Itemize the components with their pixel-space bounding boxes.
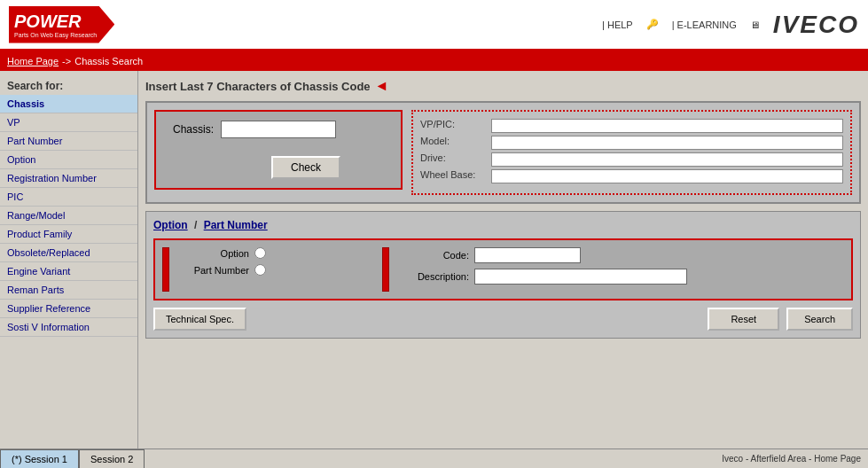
sidebar-item-vp[interactable]: VP <box>0 113 137 132</box>
breadcrumb-arrow: -> <box>62 56 71 66</box>
red-bar-left <box>162 247 169 292</box>
chassis-panel: Chassis: Check VP/PIC: Model: <box>145 101 861 204</box>
drive-row: Drive: <box>420 152 843 167</box>
option-form: Option Part Number Code: <box>153 238 853 300</box>
code-row: Code: <box>398 247 844 263</box>
sidebar-item-option[interactable]: Option <box>0 151 137 169</box>
section-title: Insert Last 7 Characters of Chassis Code… <box>145 78 861 94</box>
logo-box: POWER Parts On Web Easy Research <box>9 6 114 43</box>
reset-button[interactable]: Reset <box>708 308 779 331</box>
part-number-radio-row: Part Number <box>178 264 373 276</box>
sidebar-item-obsolete-replaced[interactable]: Obsolete/Replaced <box>0 244 137 262</box>
part-number-radio[interactable] <box>254 264 266 276</box>
wheel-base-value <box>491 169 843 183</box>
button-row: Technical Spec. Reset Search <box>153 308 853 331</box>
session1-tab[interactable]: (*) Session 1 <box>0 449 79 468</box>
logo-title: POWER <box>14 12 97 32</box>
logo-container: POWER Parts On Web Easy Research <box>9 6 114 43</box>
check-button[interactable]: Check <box>271 156 340 179</box>
header-divider: / <box>194 219 200 231</box>
right-buttons: Reset Search <box>708 308 853 331</box>
sidebar: Search for: Chassis VP Part Number Optio… <box>0 71 138 448</box>
model-row: Model: <box>420 136 843 150</box>
navbar: Home Page -> Chassis Search <box>0 51 868 71</box>
header: POWER Parts On Web Easy Research | HELP … <box>0 0 868 51</box>
tech-spec-button[interactable]: Technical Spec. <box>153 308 246 331</box>
sidebar-title: Search for: <box>0 75 137 95</box>
option-radios: Option Part Number <box>178 247 373 292</box>
main-layout: Search for: Chassis VP Part Number Optio… <box>0 71 868 448</box>
red-bar-middle <box>382 247 389 292</box>
info-panel-wrapper: VP/PIC: Model: Drive: Wheel Base: <box>411 110 852 195</box>
description-label: Description: <box>398 271 469 282</box>
wheel-base-row: Wheel Base: <box>420 169 843 183</box>
brand-logo: IVECO <box>773 11 859 39</box>
model-value <box>491 136 843 150</box>
elearning-link[interactable]: | E-LEARNING <box>672 20 737 30</box>
model-label: Model: <box>420 136 487 150</box>
option-radio-row: Option <box>178 247 373 259</box>
chassis-label: Chassis: <box>165 123 214 136</box>
sidebar-item-supplier-reference[interactable]: Supplier Reference <box>0 300 137 318</box>
sidebar-item-product-family[interactable]: Product Family <box>0 225 137 244</box>
vp-pic-value <box>491 119 843 133</box>
vp-pic-label: VP/PIC: <box>420 119 487 133</box>
part-number-radio-label: Part Number <box>178 265 249 276</box>
chassis-input-area: Chassis: Check <box>154 110 403 190</box>
option-link[interactable]: Option <box>153 219 188 231</box>
drive-label: Drive: <box>420 152 487 167</box>
help-link[interactable]: | HELP <box>602 20 633 30</box>
sidebar-item-range-model[interactable]: Range/Model <box>0 207 137 225</box>
chassis-input[interactable] <box>221 121 336 138</box>
sidebar-item-chassis[interactable]: Chassis <box>0 95 137 113</box>
option-radio-label: Option <box>178 248 249 259</box>
option-section: Option / Part Number Option Part Number <box>145 211 861 339</box>
option-right-fields: Code: Description: <box>398 247 844 292</box>
description-input[interactable] <box>474 269 687 285</box>
vp-pic-row: VP/PIC: <box>420 119 843 133</box>
option-header: Option / Part Number <box>153 219 853 231</box>
status-text: Iveco - Afterfield Area - Home Page <box>145 454 868 464</box>
sidebar-item-engine-variant[interactable]: Engine Variant <box>0 262 137 281</box>
info-panel: VP/PIC: Model: Drive: Wheel Base: <box>411 110 852 195</box>
session2-tab[interactable]: Session 2 <box>79 449 145 468</box>
sidebar-item-pic[interactable]: PIC <box>0 188 137 207</box>
option-radio[interactable] <box>254 247 266 259</box>
header-links: | HELP 🔑 | E-LEARNING 🖥 IVECO <box>602 11 859 39</box>
logo-subtitle: Parts On Web Easy Research <box>14 32 97 38</box>
drive-value <box>491 152 843 167</box>
breadcrumb-current: Chassis Search <box>74 56 143 66</box>
part-number-link[interactable]: Part Number <box>204 219 268 231</box>
sidebar-item-registration-number[interactable]: Registration Number <box>0 169 137 188</box>
sidebar-item-sosti-v-info[interactable]: Sosti V Information <box>0 318 137 337</box>
sidebar-item-part-number[interactable]: Part Number <box>0 132 137 151</box>
content-area: Insert Last 7 Characters of Chassis Code… <box>138 71 868 448</box>
statusbar: (*) Session 1 Session 2 Iveco - Afterfie… <box>0 448 868 468</box>
code-input[interactable] <box>474 247 581 263</box>
description-row: Description: <box>398 269 844 285</box>
wheel-base-label: Wheel Base: <box>420 169 487 183</box>
code-label: Code: <box>398 250 469 261</box>
search-button[interactable]: Search <box>786 308 853 331</box>
section-title-arrow: ◄ <box>375 78 389 94</box>
chassis-row: Chassis: <box>165 121 392 138</box>
section-title-text: Insert Last 7 Characters of Chassis Code <box>145 80 371 93</box>
breadcrumb-home[interactable]: Home Page <box>7 56 59 66</box>
sidebar-item-reman-parts[interactable]: Reman Parts <box>0 281 137 300</box>
